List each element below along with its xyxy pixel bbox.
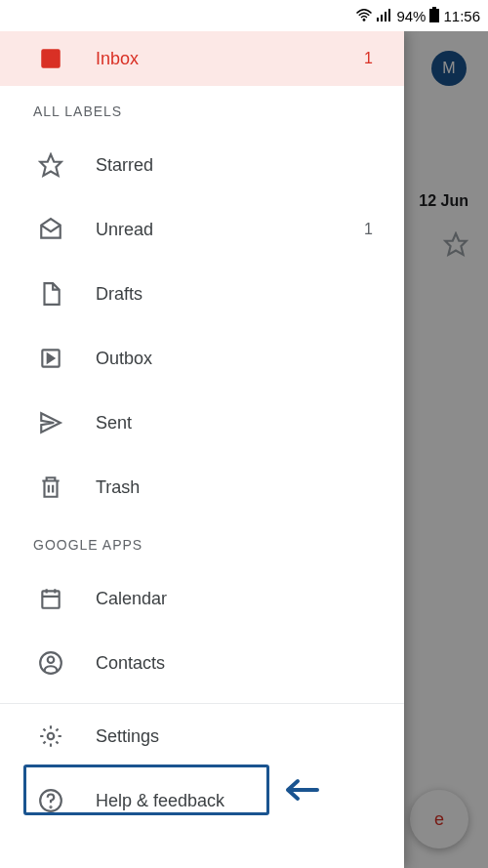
- svg-rect-3: [385, 12, 386, 21]
- trash-icon: [37, 474, 64, 501]
- nav-item-help[interactable]: Help & feedback: [0, 768, 404, 833]
- nav-label: Unread: [96, 220, 364, 240]
- nav-label: Drafts: [96, 284, 392, 305]
- nav-item-unread[interactable]: Unread 1: [0, 197, 404, 262]
- nav-item-drafts[interactable]: Drafts: [0, 262, 404, 326]
- svg-rect-4: [388, 9, 390, 21]
- battery-percent: 94%: [396, 8, 426, 24]
- section-all-labels: ALL LABELS: [0, 86, 404, 133]
- nav-label: Settings: [96, 726, 392, 747]
- nav-item-inbox[interactable]: Inbox 1: [0, 31, 404, 86]
- svg-rect-1: [377, 18, 379, 21]
- nav-label: Starred: [96, 155, 392, 176]
- wifi-icon: [355, 8, 373, 24]
- svg-rect-2: [381, 15, 383, 21]
- nav-label: Contacts: [96, 653, 392, 674]
- nav-label: Calendar: [96, 589, 392, 609]
- annotation-arrow-icon: [280, 777, 319, 806]
- signal-icon: [377, 8, 392, 24]
- section-google-apps: GOOGLE APPS: [0, 519, 404, 566]
- gear-icon: [37, 723, 64, 750]
- contacts-icon: [37, 649, 64, 677]
- battery-icon: [429, 7, 439, 25]
- nav-item-sent[interactable]: Sent: [0, 391, 404, 455]
- nav-label: Inbox: [96, 49, 364, 69]
- sent-icon: [37, 409, 64, 436]
- svg-point-0: [364, 19, 366, 21]
- star-icon: [37, 151, 64, 179]
- calendar-icon: [37, 585, 64, 612]
- svg-point-13: [48, 657, 55, 664]
- drafts-icon: [37, 280, 64, 308]
- clock-time: 11:56: [443, 8, 480, 24]
- nav-label: Trash: [96, 477, 392, 498]
- svg-rect-5: [432, 7, 436, 9]
- svg-point-14: [48, 733, 55, 740]
- status-bar: 94% 11:56: [0, 0, 488, 31]
- svg-point-16: [50, 806, 51, 807]
- nav-count: 1: [364, 221, 392, 238]
- inbox-icon: [37, 45, 64, 72]
- svg-rect-6: [429, 9, 439, 22]
- nav-label: Outbox: [96, 349, 392, 369]
- nav-item-starred[interactable]: Starred: [0, 133, 404, 197]
- svg-marker-9: [40, 154, 61, 176]
- outbox-icon: [37, 345, 64, 372]
- nav-item-calendar[interactable]: Calendar: [0, 566, 404, 631]
- nav-item-outbox[interactable]: Outbox: [0, 326, 404, 391]
- nav-label: Sent: [96, 413, 392, 434]
- nav-label: Help & feedback: [96, 791, 392, 811]
- nav-item-contacts[interactable]: Contacts: [0, 631, 404, 695]
- unread-icon: [37, 216, 64, 243]
- help-icon: [37, 787, 64, 814]
- svg-rect-11: [42, 591, 59, 607]
- nav-item-settings[interactable]: Settings: [0, 704, 404, 768]
- status-icons: 94% 11:56: [355, 7, 480, 25]
- nav-drawer: Inbox 1 ALL LABELS Starred Unread 1 Draf…: [0, 31, 404, 868]
- nav-count: 1: [364, 50, 392, 67]
- nav-item-trash[interactable]: Trash: [0, 455, 404, 519]
